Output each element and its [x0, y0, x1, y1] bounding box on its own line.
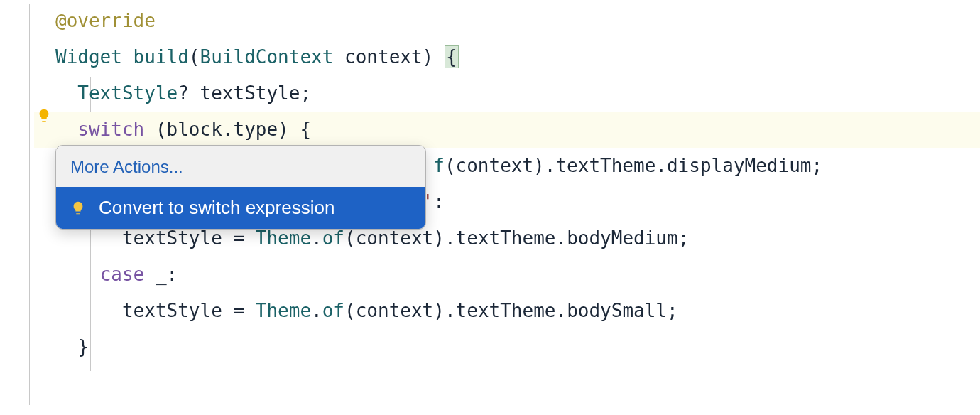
lightbulb-icon: [70, 200, 86, 216]
more-actions-header[interactable]: More Actions...: [56, 146, 425, 187]
code-line[interactable]: textStyle = Theme.of(context).textTheme.…: [34, 293, 980, 329]
annotation: @override: [55, 10, 156, 31]
indent-guide: [29, 4, 30, 405]
param-name: context: [344, 46, 423, 68]
case-keyword: case: [100, 264, 145, 285]
return-type: Widget: [55, 46, 122, 68]
code-line[interactable]: Widget build(BuildContext context) {: [34, 39, 980, 75]
method-name: build: [134, 46, 189, 68]
switch-keyword: switch: [77, 119, 144, 140]
lightbulb-icon[interactable]: [36, 107, 52, 128]
intention-popup: More Actions... Convert to switch expres…: [55, 145, 426, 230]
code-line[interactable]: @override: [34, 3, 980, 39]
brace-open: {: [445, 45, 459, 68]
type: TextStyle: [77, 82, 178, 104]
convert-to-switch-expression[interactable]: Convert to switch expression: [56, 187, 425, 229]
code-line-active[interactable]: switch (block.type) {: [34, 112, 980, 148]
code-line[interactable]: case _:: [34, 257, 980, 293]
code-line[interactable]: TextStyle? textStyle;: [34, 75, 980, 112]
popup-item-label: Convert to switch expression: [99, 197, 334, 219]
variable: textStyle: [200, 82, 300, 104]
code-line[interactable]: }: [34, 329, 980, 365]
param-type: BuildContext: [200, 46, 334, 68]
brace-close: }: [77, 336, 89, 357]
